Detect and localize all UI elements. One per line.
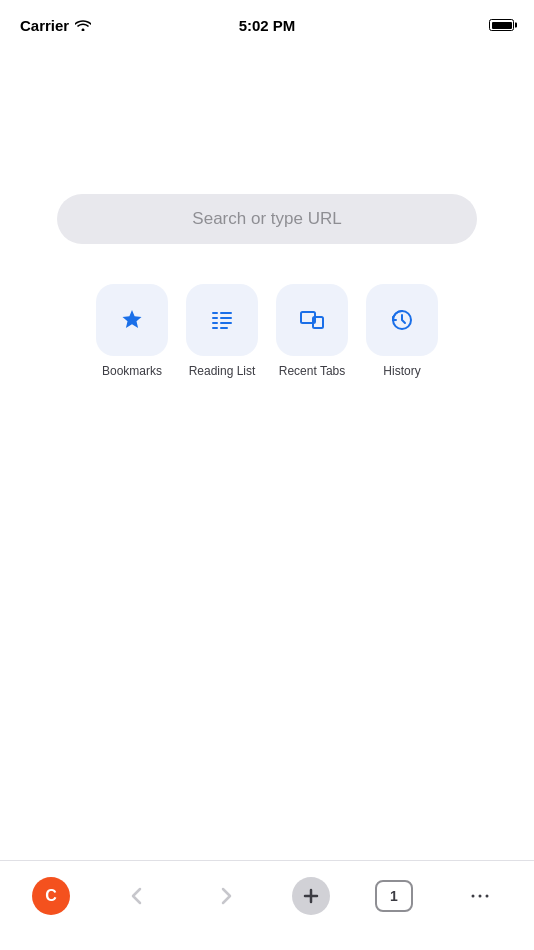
svg-point-13 (471, 894, 474, 897)
bottom-toolbar: C 1 (0, 860, 534, 950)
status-carrier: Carrier (20, 17, 91, 34)
svg-rect-1 (220, 312, 232, 314)
bookmarks-icon-bg (96, 284, 168, 356)
search-bar[interactable]: Search or type URL (57, 194, 477, 244)
quick-item-recent-tabs[interactable]: Recent Tabs (276, 284, 348, 378)
svg-rect-6 (212, 327, 218, 329)
more-icon (469, 885, 491, 907)
svg-rect-7 (220, 327, 228, 329)
svg-point-15 (485, 894, 488, 897)
svg-rect-5 (220, 322, 232, 324)
forward-button[interactable] (204, 874, 248, 918)
svg-rect-4 (212, 322, 218, 324)
status-bar: Carrier 5:02 PM (0, 0, 534, 44)
svg-point-14 (478, 894, 481, 897)
plus-icon (301, 886, 321, 906)
new-tab-button[interactable] (292, 877, 330, 915)
main-content: Search or type URL Bookmarks (0, 44, 534, 378)
svg-rect-3 (220, 317, 232, 319)
status-time: 5:02 PM (239, 17, 296, 34)
history-icon-bg (366, 284, 438, 356)
back-button[interactable] (115, 874, 159, 918)
forward-icon (215, 885, 237, 907)
battery-icon (489, 19, 514, 31)
tab-count-button[interactable]: 1 (375, 880, 413, 912)
more-options-button[interactable] (458, 874, 502, 918)
quick-item-reading-list[interactable]: Reading List (186, 284, 258, 378)
back-icon (126, 885, 148, 907)
carrier-text: Carrier (20, 17, 69, 34)
quick-item-history[interactable]: History (366, 284, 438, 378)
recent-tabs-label: Recent Tabs (279, 364, 346, 378)
bookmarks-label: Bookmarks (102, 364, 162, 378)
app-logo-button[interactable]: C (32, 877, 70, 915)
battery-fill (492, 22, 512, 29)
recent-tabs-icon-bg (276, 284, 348, 356)
tab-count-label: 1 (390, 888, 398, 904)
quick-item-bookmarks[interactable]: Bookmarks (96, 284, 168, 378)
svg-text:C: C (46, 887, 58, 904)
battery-indicator (489, 19, 514, 31)
wifi-icon (75, 17, 91, 34)
reading-list-label: Reading List (189, 364, 256, 378)
svg-rect-0 (212, 312, 218, 314)
history-label: History (383, 364, 420, 378)
history-icon (385, 303, 419, 337)
quick-access-row: Bookmarks Reading List (96, 284, 438, 378)
bookmarks-icon (115, 303, 149, 337)
svg-rect-2 (212, 317, 218, 319)
recent-tabs-icon (295, 303, 329, 337)
reading-list-icon-bg (186, 284, 258, 356)
reading-list-icon (205, 303, 239, 337)
search-placeholder: Search or type URL (192, 209, 341, 229)
logo-icon: C (40, 885, 62, 907)
